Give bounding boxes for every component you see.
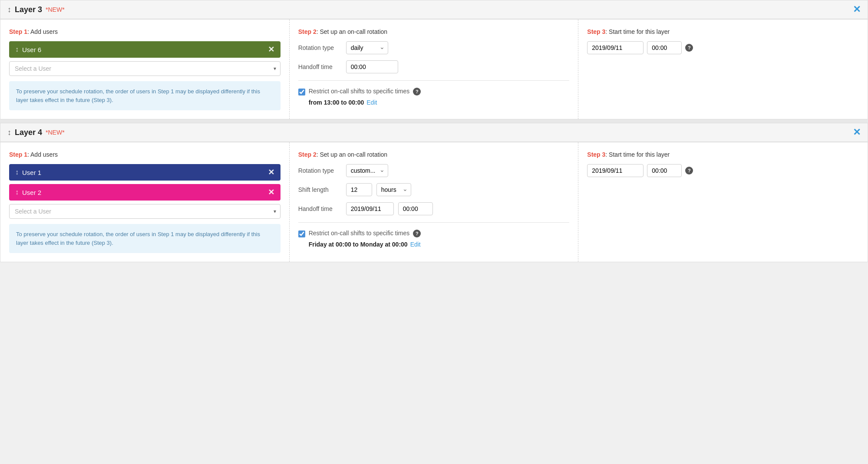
user-drag-icon-layer4-0[interactable]: ↕ — [15, 168, 19, 176]
step1-section-layer4: Step 1: Add users↕User 1✕↕User 2✕Select … — [0, 142, 290, 262]
layer-header-left-layer3: ↕Layer 3*NEW* — [7, 5, 65, 14]
user-remove-button-layer4-0[interactable]: ✕ — [268, 168, 274, 176]
restrict-time-text-layer4: Friday at 00:00 to Monday at 00:00 — [309, 241, 408, 248]
user-pill-left-layer3-0: ↕User 6 — [15, 46, 41, 53]
shift-length-row-layer4: Shift lengthhoursdaysweeks — [298, 183, 570, 196]
handoff-time-input-layer4[interactable] — [398, 202, 433, 215]
step1-label-layer3: Step 1: Add users — [9, 28, 281, 35]
user-drag-icon-layer3-0[interactable]: ↕ — [15, 46, 19, 53]
shift-unit-select-layer4[interactable]: hoursdaysweeks — [376, 183, 411, 196]
layer-block-layer3: ↕Layer 3*NEW*✕Step 1: Add users↕User 6✕S… — [0, 0, 868, 119]
restrict-row-layer4: Restrict on-call shifts to specific time… — [298, 230, 570, 237]
shift-length-label-layer4: Shift length — [298, 186, 342, 193]
layer-header-layer4: ↕Layer 4*NEW*✕ — [0, 123, 868, 142]
user-pill-layer4-0: ↕User 1✕ — [9, 164, 281, 181]
step3-help-icon-layer4[interactable]: ? — [685, 167, 693, 174]
step2-colon-layer4: : Set up an on-call rotation — [317, 151, 387, 158]
help-icon-layer4[interactable]: ? — [413, 230, 421, 237]
restrict-time-row-layer3: from 13:00 to 00:00Edit — [309, 99, 570, 106]
user-pill-left-layer4-1: ↕User 2 — [15, 188, 41, 196]
date-time-row-layer4: ? — [587, 164, 859, 177]
step2-label-layer4: Step 2: Set up an on-call rotation — [298, 151, 570, 158]
step2-section-layer3: Step 2: Set up an on-call rotationRotati… — [290, 20, 579, 119]
handoff-time-label-layer3: Handoff time — [298, 63, 342, 70]
info-box-layer4: To preserve your schedule rotation, the … — [9, 224, 281, 253]
layer-header-layer3: ↕Layer 3*NEW*✕ — [0, 0, 868, 19]
step2-colon-layer3: : Set up an on-call rotation — [317, 28, 387, 35]
drag-handle-layer3[interactable]: ↕ — [7, 5, 11, 14]
layer-badge-layer4: *NEW* — [46, 129, 65, 136]
layer-block-layer4: ↕Layer 4*NEW*✕Step 1: Add users↕User 1✕↕… — [0, 123, 868, 262]
user-remove-button-layer4-1[interactable]: ✕ — [268, 188, 274, 196]
drag-handle-layer4[interactable]: ↕ — [7, 128, 11, 137]
rotation-type-select-layer4[interactable]: dailyweeklycustom... — [346, 164, 388, 177]
rotation-select-wrapper-layer3: dailyweeklycustom... — [346, 41, 388, 54]
layer-header-left-layer4: ↕Layer 4*NEW* — [7, 128, 65, 137]
user-select-wrapper-layer3: Select a User▾ — [9, 61, 281, 76]
layer-title-layer3: Layer 3 — [15, 5, 42, 14]
step3-section-layer3: Step 3: Start time for this layer? — [578, 20, 868, 119]
shift-length-input-layer4[interactable] — [346, 183, 372, 196]
divider-layer4 — [298, 222, 570, 223]
user-select-layer4[interactable]: Select a User — [9, 204, 281, 219]
layer-close-button-layer3[interactable]: ✕ — [853, 5, 861, 14]
start-date-input-layer3[interactable] — [587, 41, 644, 54]
layer-body-layer4: Step 1: Add users↕User 1✕↕User 2✕Select … — [0, 142, 868, 262]
rotation-select-wrapper-layer4: dailyweeklycustom... — [346, 164, 388, 177]
info-box-layer3: To preserve your schedule rotation, the … — [9, 81, 281, 110]
rotation-type-select-layer3[interactable]: dailyweeklycustom... — [346, 41, 388, 54]
restrict-label-layer4: Restrict on-call shifts to specific time… — [309, 230, 410, 237]
edit-link-layer4[interactable]: Edit — [410, 241, 421, 248]
restrict-checkbox-layer3[interactable] — [298, 89, 305, 95]
restrict-label-layer3: Restrict on-call shifts to specific time… — [309, 88, 410, 95]
user-remove-button-layer3-0[interactable]: ✕ — [268, 46, 274, 53]
handoff-time-row-layer4: Handoff time — [298, 202, 570, 215]
start-date-input-layer4[interactable] — [587, 164, 644, 177]
user-drag-icon-layer4-1[interactable]: ↕ — [15, 188, 19, 196]
start-time-input-layer4[interactable] — [647, 164, 682, 177]
step2-section-layer4: Step 2: Set up an on-call rotationRotati… — [290, 142, 579, 262]
step3-label-layer4: Step 3: Start time for this layer — [587, 151, 859, 158]
step3-num-layer4: Step 3 — [587, 151, 605, 158]
step1-num-layer4: Step 1 — [9, 151, 27, 158]
handoff-time-input-layer3[interactable] — [346, 60, 398, 73]
step3-label-layer3: Step 3: Start time for this layer — [587, 28, 859, 35]
shift-unit-wrapper-layer4: hoursdaysweeks — [376, 183, 411, 196]
restrict-time-text-layer3: from 13:00 to 00:00 — [309, 99, 364, 106]
handoff-time-row-layer3: Handoff time — [298, 60, 570, 73]
layer-badge-layer3: *NEW* — [46, 6, 65, 13]
step1-colon-layer3: : Add users — [27, 28, 58, 35]
divider-layer3 — [298, 80, 570, 81]
user-select-layer3[interactable]: Select a User — [9, 61, 281, 76]
handoff-time-label-layer4: Handoff time — [298, 205, 342, 212]
step2-label-layer3: Step 2: Set up an on-call rotation — [298, 28, 570, 35]
step2-num-layer3: Step 2 — [298, 28, 317, 35]
restrict-checkbox-layer4[interactable] — [298, 230, 305, 237]
layer-spacer — [0, 119, 868, 123]
step3-desc-layer4: : Start time for this layer — [605, 151, 670, 158]
step3-num-layer3: Step 3 — [587, 28, 605, 35]
step2-num-layer4: Step 2 — [298, 151, 317, 158]
restrict-row-layer3: Restrict on-call shifts to specific time… — [298, 88, 570, 95]
rotation-type-label-layer3: Rotation type — [298, 44, 342, 51]
edit-link-layer3[interactable]: Edit — [366, 99, 377, 106]
step3-desc-layer3: : Start time for this layer — [605, 28, 670, 35]
step1-colon-layer4: : Add users — [27, 151, 58, 158]
user-name-layer4-1: User 2 — [22, 189, 41, 196]
step1-section-layer3: Step 1: Add users↕User 6✕Select a User▾T… — [0, 20, 290, 119]
help-icon-layer3[interactable]: ? — [413, 88, 421, 95]
user-pill-layer4-1: ↕User 2✕ — [9, 184, 281, 201]
rotation-type-row-layer3: Rotation typedailyweeklycustom... — [298, 41, 570, 54]
rotation-type-row-layer4: Rotation typedailyweeklycustom... — [298, 164, 570, 177]
layer-title-layer4: Layer 4 — [15, 128, 42, 137]
user-select-wrapper-layer4: Select a User▾ — [9, 204, 281, 219]
layer-body-layer3: Step 1: Add users↕User 6✕Select a User▾T… — [0, 19, 868, 119]
layer-close-button-layer4[interactable]: ✕ — [853, 128, 861, 137]
step1-label-layer4: Step 1: Add users — [9, 151, 281, 158]
step1-num-layer3: Step 1 — [9, 28, 27, 35]
date-time-row-layer3: ? — [587, 41, 859, 54]
step3-help-icon-layer3[interactable]: ? — [685, 44, 693, 52]
start-time-input-layer3[interactable] — [647, 41, 682, 54]
handoff-date-input-layer4[interactable] — [346, 202, 394, 215]
user-pill-layer3-0: ↕User 6✕ — [9, 41, 281, 58]
